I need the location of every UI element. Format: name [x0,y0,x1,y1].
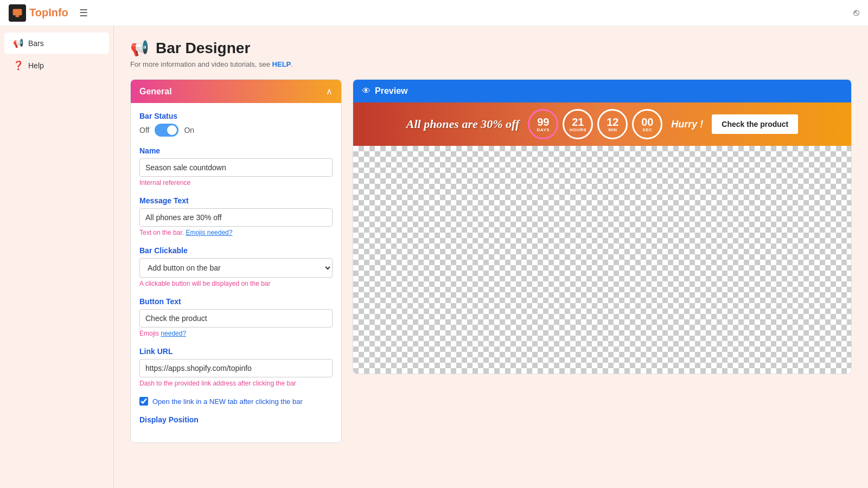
countdown-mins: 12 MIN [597,109,628,139]
sidebar-item-help[interactable]: ❓ Help [4,55,109,76]
new-tab-checkbox[interactable] [139,397,148,406]
preview-title: Preview [375,86,407,96]
countdown-days-label: DAYS [537,127,550,132]
logo-icon [12,8,23,18]
content-area: 📢 Bar Designer For more information and … [114,26,868,488]
countdown-container: 99 DAYS 21 HOURS 12 MIN [528,109,662,139]
display-position-label: Display Position [139,415,333,424]
main-wrapper: 📢 Bars ❓ Help 📢 Bar Designer For more in… [0,26,868,488]
preview-header: 👁 Preview [353,80,851,102]
countdown-secs-label: SEC [642,127,652,132]
name-field-label: Name [139,146,333,155]
button-text-label: Button Text [139,297,333,306]
export-icon[interactable]: ⎋ [853,7,859,18]
page-header: 📢 Bar Designer [130,39,852,57]
left-panel: General ∧ Bar Status Off [130,79,342,443]
hamburger-icon[interactable]: ☰ [79,7,88,19]
countdown-days: 99 DAYS [528,109,558,139]
cta-button[interactable]: Check the product [712,114,798,134]
svg-rect-1 [16,15,20,17]
page-title-icon: 📢 [130,39,149,57]
preview-bar-message: All phones are 30% off [406,117,520,131]
hurry-text: Hurry ! [671,119,703,130]
button-text-input[interactable] [139,309,333,328]
collapse-chevron-icon[interactable]: ∧ [326,86,333,97]
link-url-hint: Dash to the provided link address after … [139,380,333,387]
bar-clickable-select[interactable]: Add button on the bar Make the bar click… [139,258,333,278]
new-tab-field-group: Open the link in a NEW tab after clickin… [139,397,333,406]
general-section-header[interactable]: General ∧ [131,80,341,103]
message-input[interactable] [139,208,333,227]
button-text-field-group: Button Text Emojis needed? [139,297,333,337]
two-col-layout: General ∧ Bar Status Off [130,79,852,443]
name-input[interactable] [139,158,333,177]
countdown-secs: 00 SEC [632,109,662,139]
preview-card: 👁 Preview All phones are 30% off 99 DAYS [353,79,852,374]
message-emojis-link[interactable]: Emojis needed? [186,229,232,236]
message-field-group: Message Text Text on the bar. Emojis nee… [139,196,333,236]
countdown-hours: 21 HOURS [563,109,593,139]
button-emojis-text: Emojis [139,330,159,337]
bar-clickable-field-group: Bar Clickable Add button on the bar Make… [139,246,333,287]
help-link[interactable]: HELP [272,60,291,68]
display-position-field-group: Display Position [139,415,333,424]
countdown-mins-num: 12 [607,117,618,127]
countdown-days-num: 99 [537,117,549,127]
off-label: Off [139,126,149,134]
sidebar-item-help-label: Help [28,61,44,70]
right-panel: 👁 Preview All phones are 30% off 99 DAYS [353,79,852,374]
bar-status-toggle[interactable] [155,124,178,137]
topbar: TopInfo ☰ ⎋ [0,0,868,26]
general-section-card: General ∧ Bar Status Off [130,79,342,443]
help-icon: ❓ [13,60,24,70]
countdown-hours-label: HOURS [570,127,586,132]
checkerboard-area [353,146,851,374]
toggle-row: Off On [139,124,333,137]
preview-bar: All phones are 30% off 99 DAYS 21 HOURS [353,102,851,146]
bar-status-label: Bar Status [139,112,333,120]
logo-box [9,4,26,22]
countdown-mins-label: MIN [608,127,617,132]
sidebar: 📢 Bars ❓ Help [0,26,114,488]
button-emojis-link[interactable]: needed? [161,330,186,337]
message-hint: Text on the bar. Emojis needed? [139,229,333,236]
preview-eye-icon: 👁 [362,86,371,96]
new-tab-label[interactable]: Open the link in a NEW tab after clickin… [152,397,303,406]
bar-clickable-hint: A clickable button will be displayed on … [139,280,333,287]
name-hint: Internal reference [139,179,333,187]
sidebar-item-bars-label: Bars [28,39,44,48]
general-section-title: General [139,87,172,97]
countdown-secs-num: 00 [641,117,653,127]
link-url-field-group: Link URL Dash to the provided link addre… [139,347,333,387]
name-field-group: Name Internal reference [139,146,333,187]
sidebar-item-bars[interactable]: 📢 Bars [4,33,109,54]
page-title: Bar Designer [156,40,250,57]
toggle-slider [155,124,178,137]
app-logo-text: TopInfo [29,7,68,19]
bar-clickable-label: Bar Clickable [139,246,333,255]
on-label: On [184,126,194,134]
link-url-input[interactable] [139,359,333,377]
countdown-hours-num: 21 [572,117,584,127]
message-hint-text: Text on the bar. [139,229,184,236]
link-url-label: Link URL [139,347,333,356]
general-section-body: Bar Status Off On [131,103,341,442]
button-text-hint: Emojis needed? [139,330,333,337]
message-field-label: Message Text [139,196,333,205]
svg-rect-0 [13,9,22,15]
preview-body: All phones are 30% off 99 DAYS 21 HOURS [353,102,851,374]
page-subtitle: For more information and video tutorials… [130,60,852,68]
new-tab-checkbox-row: Open the link in a NEW tab after clickin… [139,397,333,406]
bar-status-field: Bar Status Off On [139,112,333,137]
bars-icon: 📢 [13,38,24,48]
logo-area: TopInfo [9,4,68,22]
